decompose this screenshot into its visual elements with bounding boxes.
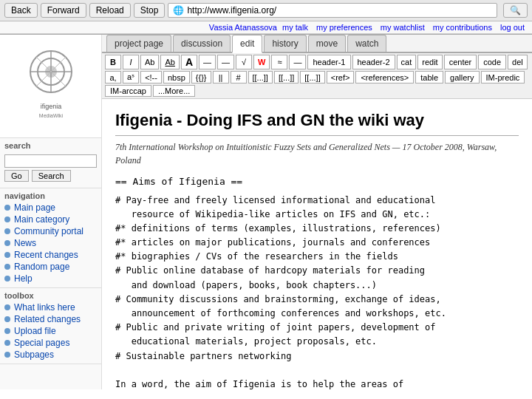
article-body: # Pay-free and freely licensed informati… [115,194,519,390]
stop-button[interactable]: Stop [134,3,166,18]
address-text: http://www.ifigenia.org/ [187,5,276,16]
article-subtitle: 7th International Workshop on Intuitioni… [115,140,519,167]
wikilink3-button[interactable]: [[...]] [300,71,324,83]
go-button[interactable]: Go [4,170,29,182]
more-button[interactable]: ...More... [153,85,195,97]
content-area: project page discussion edit history mov… [102,35,532,389]
comment-button[interactable]: <!-- [140,71,162,83]
nav-bullet [4,304,10,310]
search-buttons: Go Search [4,170,97,182]
wiki-logo: ifigenia MediaWiki [14,42,88,131]
tab-edit[interactable]: edit [232,35,262,53]
hr-button[interactable]: — [199,55,216,69]
random-page-link[interactable]: Random page [14,262,69,272]
hr2-button[interactable]: — [217,55,234,69]
code-button[interactable]: code [478,55,506,69]
ref-button[interactable]: <ref> [327,71,355,83]
related-changes-link[interactable]: Related changes [14,314,81,324]
nav-bullet [4,352,10,358]
tab-discussion[interactable]: discussion [173,35,231,52]
im-arccap-button[interactable]: IM-arccap [105,85,151,97]
del-button[interactable]: del [508,55,528,69]
article-content: Ifigenia - Doing IFS and GN the wiki way… [102,99,532,389]
navigation-section: navigation Main page Main category Commu… [0,188,101,288]
big-a-button[interactable]: A [181,55,197,69]
search-button[interactable]: Search [32,170,71,182]
search-input[interactable] [4,154,97,168]
cat-button[interactable]: cat [397,55,417,69]
subpages-link[interactable]: Subpages [14,349,54,360]
my-watchlist-link[interactable]: my watchlist [381,23,425,32]
approx-button[interactable]: ≈ [271,55,287,69]
nav-item-subpages: Subpages [4,349,97,361]
template-button[interactable]: {{}} [191,71,211,83]
my-talk-link[interactable]: my talk [282,23,308,32]
sidebar: ifigenia MediaWiki search Go Search navi… [0,35,102,389]
ab-button[interactable]: Ab [140,55,159,69]
main-category-link[interactable]: Main category [14,214,69,225]
navigation-label: navigation [4,191,97,200]
hash-button[interactable]: # [231,71,247,83]
article-title: Ifigenia - Doing IFS and GN the wiki way [115,108,519,136]
tab-history[interactable]: history [264,35,306,52]
nbsp-button[interactable]: nbsp [163,71,190,83]
header1-button[interactable]: header-1 [307,55,350,69]
im-predic-button[interactable]: IM-predic [481,71,525,83]
reload-button[interactable]: Reload [89,3,131,18]
browser-search-button[interactable]: 🔍 [503,3,528,18]
news-link[interactable]: News [14,238,36,248]
table-button[interactable]: table [415,71,443,83]
community-portal-link[interactable]: Community portal [14,226,83,236]
special-pages-link[interactable]: Special pages [14,338,69,348]
address-bar[interactable]: 🌐 http://www.ifigenia.org/ [168,3,497,18]
my-contributions-link[interactable]: my contributions [433,23,492,32]
main-layout: ifigenia MediaWiki search Go Search navi… [0,35,532,389]
nav-bullet [4,340,10,346]
browser-chrome: Back Forward Reload Stop 🌐 http://www.if… [0,0,532,35]
gallery-button[interactable]: gallery [445,71,479,83]
nav-item-community-portal: Community portal [4,225,97,237]
center-button[interactable]: center [444,55,477,69]
nav-bullet [4,264,10,270]
browser-toolbar: Back Forward Reload Stop 🌐 http://www.if… [0,0,532,21]
back-button[interactable]: Back [4,3,38,18]
nav-item-related-changes: Related changes [4,313,97,325]
w-button[interactable]: W [253,55,270,69]
my-preferences-link[interactable]: my preferences [316,23,372,32]
sidebar-logo: ifigenia MediaWiki [0,35,101,138]
superscript-button[interactable]: aˢ [123,71,139,83]
toolbox-section: toolbox What links here Related changes … [0,288,101,364]
nav-bullet [4,216,10,222]
a-comma-button[interactable]: a, [105,71,121,83]
recent-changes-link[interactable]: Recent changes [14,250,78,260]
log-out-link[interactable]: log out [500,23,525,32]
sqrt-button[interactable]: √ [236,55,252,69]
bold-button[interactable]: B [105,55,121,69]
nav-bullet [4,328,10,334]
logged-in-user: Vassia Atanassova [209,23,277,32]
nav-bullet [4,276,10,282]
nav-item-main-category: Main category [4,214,97,225]
tab-move[interactable]: move [308,35,346,52]
nav-item-random-page: Random page [4,261,97,273]
wikilink1-button[interactable]: [[...]] [248,71,273,83]
dash-button[interactable]: — [289,55,306,69]
help-link[interactable]: Help [14,273,33,284]
nav-item-main-page: Main page [4,202,97,214]
toolbox-label: toolbox [4,291,97,300]
nav-item-recent-changes: Recent changes [4,249,97,261]
tab-watch[interactable]: watch [347,35,386,52]
main-page-link[interactable]: Main page [14,202,55,213]
italic-button[interactable]: I [123,55,139,69]
redit-button[interactable]: redit [417,55,442,69]
upload-file-link[interactable]: Upload file [14,326,56,336]
globe-icon: 🌐 [173,5,184,16]
forward-button[interactable]: Forward [41,3,86,18]
header2-button[interactable]: header-2 [352,55,395,69]
tab-project-page[interactable]: project page [106,35,171,52]
pipe-button[interactable]: || [213,71,229,83]
wikilink2-button[interactable]: [[...]] [274,71,299,83]
ab2-button[interactable]: Ab [160,55,179,69]
references-button[interactable]: <references> [355,71,414,83]
what-links-here-link[interactable]: What links here [14,302,75,313]
